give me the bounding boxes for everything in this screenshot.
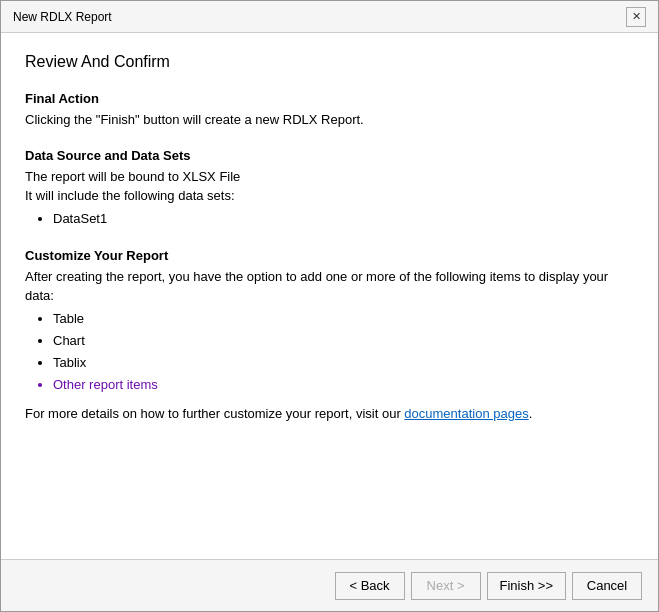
final-action-text: Clicking the "Finish" button will create… — [25, 110, 634, 130]
window-title: New RDLX Report — [13, 10, 112, 24]
customize-list: Table Chart Tablix Other report items — [25, 308, 634, 396]
finish-button[interactable]: Finish >> — [487, 572, 566, 600]
section-customize: Customize Your Report After creating the… — [25, 248, 634, 424]
data-source-heading: Data Source and Data Sets — [25, 148, 634, 163]
list-item-tablix: Tablix — [53, 352, 634, 374]
cancel-button[interactable]: Cancel — [572, 572, 642, 600]
footer-area: < Back Next > Finish >> Cancel — [1, 559, 658, 611]
data-source-list: DataSet1 — [25, 208, 634, 230]
close-button[interactable]: ✕ — [626, 7, 646, 27]
page-heading: Review And Confirm — [25, 53, 634, 71]
footer-text-after: . — [529, 406, 533, 421]
back-button[interactable]: < Back — [335, 572, 405, 600]
footer-text-before: For more details on how to further custo… — [25, 406, 404, 421]
customize-text: After creating the report, you have the … — [25, 267, 634, 306]
data-source-subtext: It will include the following data sets: — [25, 186, 634, 206]
customize-footer: For more details on how to further custo… — [25, 404, 634, 424]
dataset-item: DataSet1 — [53, 208, 634, 230]
content-area: Review And Confirm Final Action Clicking… — [1, 33, 658, 559]
section-data-source: Data Source and Data Sets The report wil… — [25, 148, 634, 230]
list-item-other: Other report items — [53, 374, 634, 396]
documentation-link[interactable]: documentation pages — [404, 406, 528, 421]
data-source-text: The report will be bound to XLSX File — [25, 167, 634, 187]
section-final-action: Final Action Clicking the "Finish" butto… — [25, 91, 634, 130]
list-item-table: Table — [53, 308, 634, 330]
customize-heading: Customize Your Report — [25, 248, 634, 263]
list-item-chart: Chart — [53, 330, 634, 352]
dialog-window: New RDLX Report ✕ Review And Confirm Fin… — [0, 0, 659, 612]
final-action-heading: Final Action — [25, 91, 634, 106]
title-bar: New RDLX Report ✕ — [1, 1, 658, 33]
next-button[interactable]: Next > — [411, 572, 481, 600]
